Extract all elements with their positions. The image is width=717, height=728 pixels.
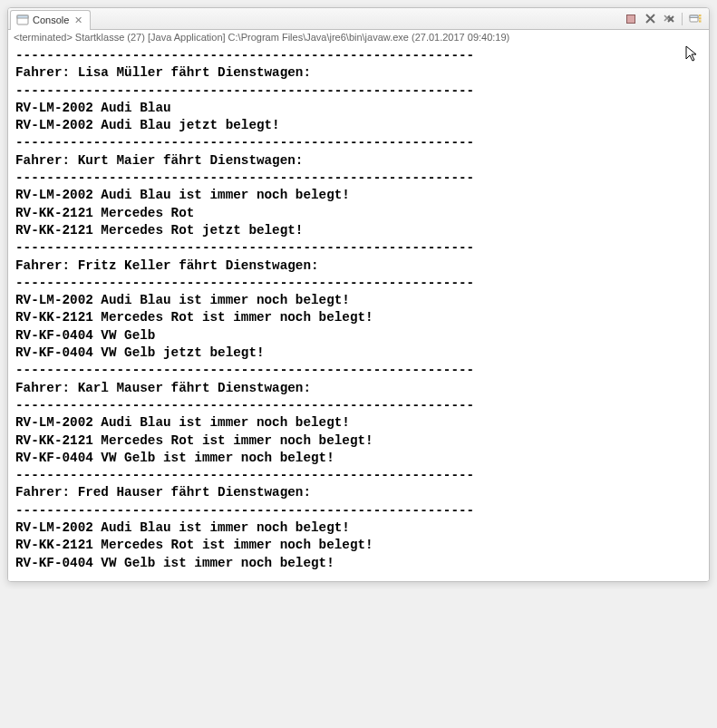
console-window: Console ✕ xyxy=(7,7,710,582)
svg-rect-12 xyxy=(699,17,702,19)
console-icon xyxy=(16,14,29,26)
svg-rect-1 xyxy=(17,15,28,18)
console-output[interactable]: ----------------------------------------… xyxy=(8,45,709,581)
toolbar-separator xyxy=(682,13,683,25)
svg-rect-11 xyxy=(699,15,702,16)
tab-console[interactable]: Console ✕ xyxy=(10,10,91,30)
tab-label: Console xyxy=(33,15,69,25)
tab-close-icon[interactable]: ✕ xyxy=(74,15,82,26)
remove-all-terminated-button[interactable] xyxy=(661,12,677,26)
tab-bar: Console ✕ xyxy=(8,8,709,30)
open-console-menu-button[interactable] xyxy=(687,12,703,26)
status-line: <terminated> Startklasse (27) [Java Appl… xyxy=(8,30,709,45)
svg-rect-13 xyxy=(699,20,702,22)
terminate-button[interactable] xyxy=(623,12,639,26)
toolbar xyxy=(623,12,707,26)
svg-rect-2 xyxy=(627,15,635,23)
svg-rect-10 xyxy=(690,15,698,18)
remove-launch-button[interactable] xyxy=(642,12,658,26)
